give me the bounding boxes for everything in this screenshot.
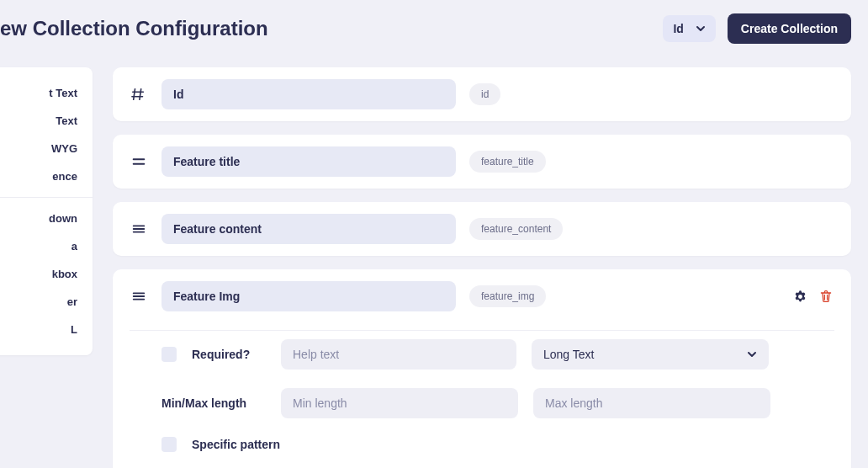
field-slug: feature_img xyxy=(469,285,546,307)
sidebar-item[interactable]: t Text xyxy=(0,79,93,107)
pattern-label: Specific pattern xyxy=(192,438,280,451)
sidebar-item[interactable]: ence xyxy=(0,162,93,190)
field-name-input[interactable] xyxy=(161,214,456,244)
field-slug: feature_content xyxy=(469,218,563,240)
sidebar-item[interactable]: WYG xyxy=(0,135,93,162)
required-checkbox[interactable] xyxy=(161,347,177,362)
sidebar-item[interactable]: a xyxy=(0,232,93,260)
delete-button[interactable] xyxy=(818,288,834,305)
sidebar-item[interactable]: er xyxy=(0,288,93,316)
field-card: feature_title xyxy=(113,135,851,189)
field-card-expanded: feature_img Required? xyxy=(113,269,851,468)
drag-handle-icon[interactable] xyxy=(130,152,148,171)
pattern-checkbox[interactable] xyxy=(161,437,177,452)
minmax-label: Min/Max length xyxy=(161,396,266,410)
field-card: id xyxy=(113,67,851,121)
trash-icon xyxy=(819,290,833,303)
field-slug: feature_title xyxy=(469,151,546,173)
field-slug: id xyxy=(469,83,500,105)
field-actions xyxy=(791,288,834,306)
fields-list: id feature_title feature_content feature… xyxy=(113,67,851,468)
settings-button[interactable] xyxy=(791,288,809,306)
max-length-input[interactable] xyxy=(533,388,770,418)
divider xyxy=(0,197,93,198)
sidebar-item[interactable]: L xyxy=(0,316,93,343)
drag-handle-icon[interactable] xyxy=(130,220,148,238)
chevron-down-icon xyxy=(696,24,706,34)
help-text-input[interactable] xyxy=(281,339,516,370)
config-row-pattern: Specific pattern xyxy=(161,437,834,452)
id-selector[interactable]: Id xyxy=(663,15,715,42)
field-name-input[interactable] xyxy=(161,281,456,311)
page-title: ew Collection Configuration xyxy=(0,17,268,40)
field-row: feature_img xyxy=(130,281,834,311)
header-actions: Id Create Collection xyxy=(663,13,851,44)
type-select-value: Long Text xyxy=(543,348,594,361)
sidebar-item[interactable]: down xyxy=(0,205,93,232)
config-row-minmax: Min/Max length xyxy=(161,388,834,418)
field-type-sidebar: t Text Text WYG ence down a kbox er L xyxy=(0,67,93,355)
drag-handle-icon[interactable] xyxy=(130,287,148,306)
type-select[interactable]: Long Text xyxy=(532,339,769,370)
field-card: feature_content xyxy=(113,202,851,256)
create-collection-button[interactable]: Create Collection xyxy=(728,13,851,44)
sidebar-item[interactable]: Text xyxy=(0,107,93,135)
field-name-input[interactable] xyxy=(161,146,456,177)
id-selector-label: Id xyxy=(673,22,683,35)
required-label: Required? xyxy=(192,348,266,361)
field-name-input[interactable] xyxy=(161,79,456,109)
hash-icon xyxy=(130,85,148,104)
min-length-input[interactable] xyxy=(281,388,518,418)
gear-icon xyxy=(793,290,807,304)
config-row-required: Required? Long Text xyxy=(161,339,834,370)
sidebar-item[interactable]: kbox xyxy=(0,260,93,288)
field-config-body: Required? Long Text Min/Max length Speci… xyxy=(130,330,834,452)
chevron-down-icon xyxy=(747,349,757,359)
